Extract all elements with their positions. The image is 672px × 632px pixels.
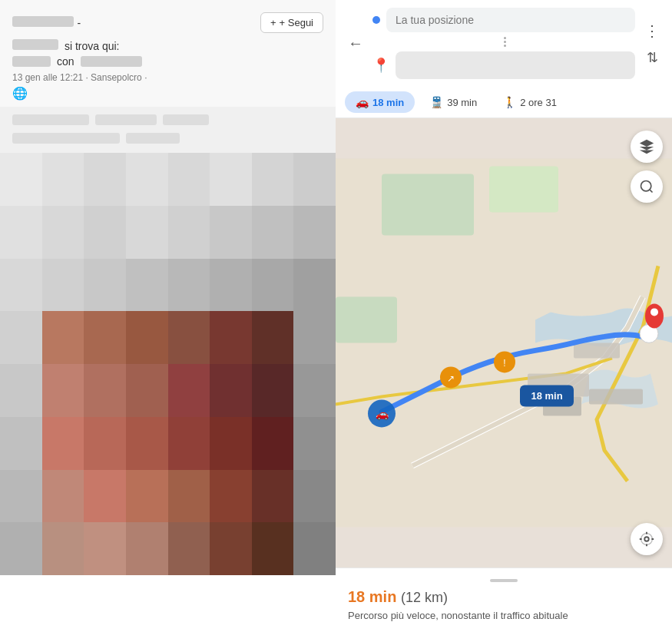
svg-point-16 (650, 308, 658, 316)
map-svg: 🚗 ! ↗ 18 min (336, 118, 672, 567)
pixel-cell (293, 259, 336, 312)
walk-time: 2 ore 31 (520, 97, 557, 108)
svg-rect-2 (489, 166, 558, 212)
destination-row: 📍 (372, 51, 635, 79)
more-button[interactable]: ⋮ (641, 18, 663, 43)
pixel-image (0, 153, 336, 575)
pixel-cell (293, 417, 336, 470)
pixel-cell (84, 259, 126, 312)
pixel-cell (0, 206, 42, 259)
svg-text:↗: ↗ (447, 373, 455, 384)
follow-button[interactable]: + 18 min + Segui (260, 12, 323, 33)
layers-button[interactable] (631, 131, 663, 163)
back-button[interactable]: ← (345, 31, 366, 55)
pixel-cell (168, 259, 210, 312)
navigation-header: ← 📍 ⋮ ⇅ (336, 0, 672, 87)
pixel-cell (0, 364, 42, 417)
pixel-cell (126, 364, 168, 417)
svg-point-22 (641, 533, 653, 544)
pixel-cell (42, 206, 84, 259)
my-location-button[interactable] (631, 523, 663, 555)
pixel-cell (84, 153, 126, 206)
con-label: con (57, 55, 74, 68)
pixel-cell (42, 153, 84, 206)
left-panel: - + 18 min + Segui si trova qui: con 13 … (0, 0, 336, 632)
pixel-cell (168, 470, 210, 523)
pixel-cell (84, 364, 126, 417)
pixel-cell (126, 522, 168, 575)
pixel-cell (168, 311, 210, 364)
pixel-cell (42, 470, 84, 523)
svg-text:🚗: 🚗 (376, 408, 389, 421)
pixel-cell (42, 522, 84, 575)
pixel-cell (210, 206, 252, 259)
tab-train[interactable]: 🚆 39 min (419, 91, 488, 113)
tab-walk[interactable]: 🚶 2 ore 31 (492, 91, 568, 113)
pixel-cell (168, 417, 210, 470)
pixel-cell (293, 153, 336, 206)
pixel-cell (252, 522, 294, 575)
svg-rect-5 (574, 342, 620, 358)
blurred-content-1 (0, 107, 336, 153)
pixel-cell (0, 259, 42, 312)
pixel-cell (252, 364, 294, 417)
svg-line-20 (650, 190, 653, 193)
pixel-cell (252, 259, 294, 312)
pixel-cell (84, 470, 126, 523)
time-value: 18 min (348, 588, 396, 605)
tab-car[interactable]: 🚗 18 min (345, 91, 415, 113)
search-map-button[interactable] (631, 170, 663, 203)
pixel-cell (210, 153, 252, 206)
destination-pin: 📍 (372, 57, 389, 74)
route-time: 18 min (12 km) (348, 588, 660, 606)
pixel-cell (126, 417, 168, 470)
globe-icon: 🌐 (12, 86, 323, 101)
pixel-cell (0, 470, 42, 523)
post-header: - + 18 min + Segui si trova qui: con 13 … (0, 0, 336, 107)
svg-text:!: ! (503, 358, 505, 369)
pixel-cell (293, 470, 336, 523)
walk-icon: 🚶 (503, 96, 516, 108)
pixel-cell (126, 470, 168, 523)
pixel-cell (126, 259, 168, 312)
svg-point-19 (641, 181, 651, 191)
scroll-handle (490, 579, 518, 582)
pixel-cell (293, 522, 336, 575)
pixel-cell (210, 522, 252, 575)
pixel-cell (210, 311, 252, 364)
pixel-cell (210, 470, 252, 523)
origin-input[interactable] (386, 8, 635, 32)
pixel-cell (84, 417, 126, 470)
origin-row (372, 8, 635, 32)
pixel-cell (42, 259, 84, 312)
map-area[interactable]: 🚗 ! ↗ 18 min (336, 118, 672, 567)
pixel-cell (252, 206, 294, 259)
svg-rect-1 (382, 174, 474, 235)
route-description: Percorso più veloce, nonostante il traff… (348, 609, 660, 623)
pixel-cell (252, 153, 294, 206)
svg-rect-7 (589, 389, 643, 404)
location-inputs: 📍 (372, 8, 635, 79)
si-trova-label: si trova qui: (65, 40, 120, 52)
transport-tabs: 🚗 18 min 🚆 39 min 🚶 2 ore 31 (336, 87, 672, 118)
destination-input[interactable] (396, 51, 635, 79)
pixel-cell (0, 417, 42, 470)
svg-text:18 min: 18 min (531, 390, 562, 402)
pixel-cell (84, 311, 126, 364)
plus-icon: + (270, 17, 276, 28)
pixel-cell (126, 153, 168, 206)
pixel-cell (0, 311, 42, 364)
pixel-cell (0, 153, 42, 206)
train-icon: 🚆 (430, 96, 443, 108)
pixel-cell (84, 522, 126, 575)
pixel-cell (293, 364, 336, 417)
car-time: 18 min (372, 97, 404, 108)
pixel-cell (84, 206, 126, 259)
pixel-cell (126, 311, 168, 364)
swap-button[interactable]: ⇅ (644, 46, 661, 69)
pixel-cell (42, 311, 84, 364)
pixel-cell (210, 417, 252, 470)
origin-dot (372, 16, 380, 24)
pixel-cell (42, 417, 84, 470)
pixel-cell (293, 206, 336, 259)
